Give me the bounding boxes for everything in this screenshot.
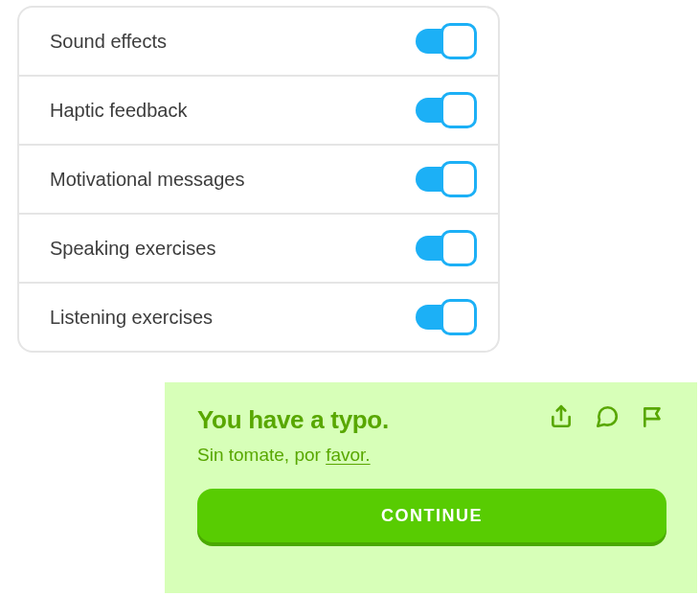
banner-actions [548, 403, 666, 430]
banner-header: You have a typo. [197, 405, 666, 435]
setting-label: Speaking exercises [50, 238, 215, 260]
toggle-thumb [440, 299, 477, 335]
toggle-motivational-messages[interactable] [416, 161, 477, 197]
flag-icon[interactable] [640, 403, 666, 430]
setting-row-haptic-feedback: Haptic feedback [19, 77, 498, 146]
feedback-sentence: Sin tomate, por favor. [197, 445, 666, 466]
feedback-banner: You have a typo. Sin tomate, [165, 382, 697, 593]
feedback-heading: You have a typo. [197, 405, 389, 435]
setting-label: Sound effects [50, 31, 167, 53]
toggle-thumb [440, 92, 477, 128]
toggle-listening-exercises[interactable] [416, 299, 477, 335]
toggle-thumb [440, 230, 477, 266]
setting-label: Motivational messages [50, 169, 244, 191]
continue-button[interactable]: CONTINUE [197, 489, 666, 542]
setting-row-speaking-exercises: Speaking exercises [19, 215, 498, 284]
toggle-thumb [440, 23, 477, 59]
sentence-prefix: Sin tomate, por [197, 445, 326, 465]
settings-card: Sound effects Haptic feedback Motivation… [17, 6, 500, 353]
setting-row-sound-effects: Sound effects [19, 8, 498, 77]
setting-label: Haptic feedback [50, 100, 187, 122]
toggle-speaking-exercises[interactable] [416, 230, 477, 266]
comment-icon[interactable] [594, 403, 621, 430]
toggle-thumb [440, 161, 477, 197]
setting-row-motivational-messages: Motivational messages [19, 146, 498, 215]
setting-label: Listening exercises [50, 307, 213, 329]
toggle-sound-effects[interactable] [416, 23, 477, 59]
setting-row-listening-exercises: Listening exercises [19, 284, 498, 351]
typo-word: favor. [326, 445, 370, 465]
toggle-haptic-feedback[interactable] [416, 92, 477, 128]
share-icon[interactable] [548, 403, 575, 430]
